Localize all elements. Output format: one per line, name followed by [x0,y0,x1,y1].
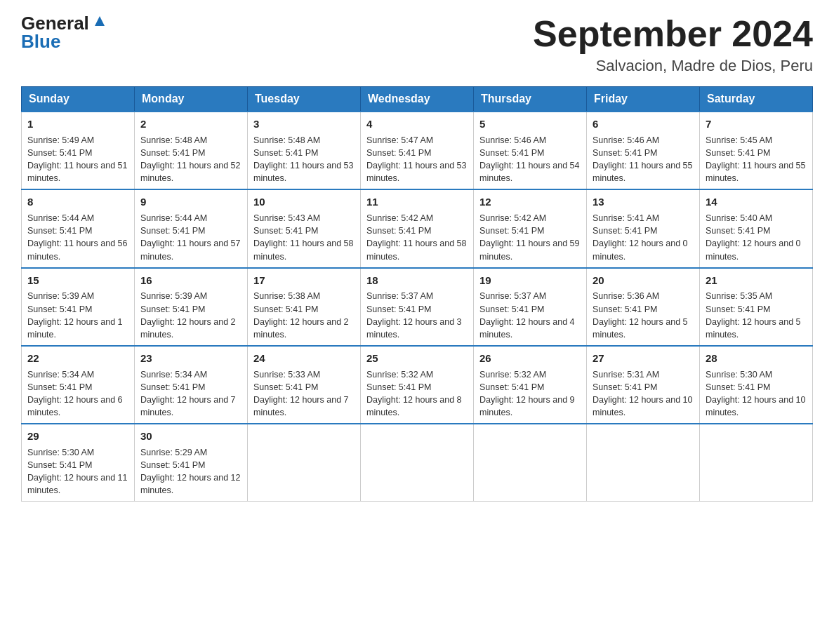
logo-general-text: General [21,14,89,32]
day-number: 6 [593,116,694,132]
svg-marker-0 [95,16,105,26]
calendar-cell: 25 Sunrise: 5:32 AMSunset: 5:41 PMDaylig… [361,346,474,424]
header-sunday: Sunday [22,87,135,112]
header-saturday: Saturday [700,87,813,112]
day-number: 3 [253,116,355,132]
calendar-cell: 27 Sunrise: 5:31 AMSunset: 5:41 PMDaylig… [587,346,700,424]
day-number: 27 [593,351,694,366]
calendar-cell: 14 Sunrise: 5:40 AMSunset: 5:41 PMDaylig… [700,189,813,267]
week-row-4: 22 Sunrise: 5:34 AMSunset: 5:41 PMDaylig… [22,346,813,424]
week-row-2: 8 Sunrise: 5:44 AMSunset: 5:41 PMDayligh… [22,189,813,267]
day-number: 28 [706,351,807,366]
header-tuesday: Tuesday [248,87,361,112]
day-info: Sunrise: 5:44 AMSunset: 5:41 PMDaylight:… [27,213,127,261]
day-info: Sunrise: 5:42 AMSunset: 5:41 PMDaylight:… [479,213,579,261]
day-number: 5 [479,116,581,132]
day-number: 21 [706,273,807,288]
calendar-cell: 19 Sunrise: 5:37 AMSunset: 5:41 PMDaylig… [474,268,587,346]
day-number: 9 [140,194,241,210]
calendar-cell: 9 Sunrise: 5:44 AMSunset: 5:41 PMDayligh… [135,189,248,267]
calendar-cell: 11 Sunrise: 5:42 AMSunset: 5:41 PMDaylig… [361,189,474,267]
day-info: Sunrise: 5:37 AMSunset: 5:41 PMDaylight:… [366,291,462,339]
day-number: 1 [27,116,128,132]
calendar-cell: 15 Sunrise: 5:39 AMSunset: 5:41 PMDaylig… [22,268,135,346]
calendar-cell: 26 Sunrise: 5:32 AMSunset: 5:41 PMDaylig… [474,346,587,424]
calendar-cell: 20 Sunrise: 5:36 AMSunset: 5:41 PMDaylig… [587,268,700,346]
day-info: Sunrise: 5:43 AMSunset: 5:41 PMDaylight:… [253,213,353,261]
location-subtitle: Salvacion, Madre de Dios, Peru [533,57,813,75]
calendar-cell: 12 Sunrise: 5:42 AMSunset: 5:41 PMDaylig… [474,189,587,267]
title-area: September 2024 Salvacion, Madre de Dios,… [533,14,813,75]
day-info: Sunrise: 5:40 AMSunset: 5:41 PMDaylight:… [706,213,801,261]
calendar-cell: 3 Sunrise: 5:48 AMSunset: 5:41 PMDayligh… [248,112,361,189]
calendar-cell: 10 Sunrise: 5:43 AMSunset: 5:41 PMDaylig… [248,189,361,267]
day-number: 16 [140,273,241,288]
day-number: 13 [593,194,694,210]
header-friday: Friday [587,87,700,112]
day-number: 17 [253,273,355,288]
day-number: 14 [706,194,807,210]
calendar-cell: 6 Sunrise: 5:46 AMSunset: 5:41 PMDayligh… [587,112,700,189]
day-info: Sunrise: 5:37 AMSunset: 5:41 PMDaylight:… [479,291,575,339]
week-row-1: 1 Sunrise: 5:49 AMSunset: 5:41 PMDayligh… [22,112,813,189]
calendar-cell: 24 Sunrise: 5:33 AMSunset: 5:41 PMDaylig… [248,346,361,424]
calendar-cell [700,424,813,502]
day-info: Sunrise: 5:33 AMSunset: 5:41 PMDaylight:… [253,370,349,417]
calendar-cell: 4 Sunrise: 5:47 AMSunset: 5:41 PMDayligh… [361,112,474,189]
day-info: Sunrise: 5:29 AMSunset: 5:41 PMDaylight:… [140,448,240,495]
calendar-cell: 1 Sunrise: 5:49 AMSunset: 5:41 PMDayligh… [22,112,135,189]
day-number: 7 [706,116,807,132]
calendar-cell: 22 Sunrise: 5:34 AMSunset: 5:41 PMDaylig… [22,346,135,424]
day-info: Sunrise: 5:31 AMSunset: 5:41 PMDaylight:… [593,370,692,417]
calendar-cell: 2 Sunrise: 5:48 AMSunset: 5:41 PMDayligh… [135,112,248,189]
day-number: 2 [140,116,241,132]
logo-blue-text: Blue [21,32,60,51]
day-number: 11 [366,194,468,210]
day-number: 12 [479,194,581,210]
day-info: Sunrise: 5:42 AMSunset: 5:41 PMDaylight:… [366,213,466,261]
day-number: 26 [479,351,581,366]
day-number: 18 [366,273,468,288]
logo: General Blue [21,14,107,51]
header-thursday: Thursday [474,87,587,112]
day-info: Sunrise: 5:34 AMSunset: 5:41 PMDaylight:… [27,370,123,417]
day-info: Sunrise: 5:48 AMSunset: 5:41 PMDaylight:… [253,135,353,183]
logo-triangle-icon [92,13,107,29]
day-number: 24 [253,351,355,366]
month-year-title: September 2024 [533,14,813,54]
calendar-cell: 18 Sunrise: 5:37 AMSunset: 5:41 PMDaylig… [361,268,474,346]
day-info: Sunrise: 5:48 AMSunset: 5:41 PMDaylight:… [140,135,240,183]
day-info: Sunrise: 5:46 AMSunset: 5:41 PMDaylight:… [593,135,692,183]
calendar-cell: 7 Sunrise: 5:45 AMSunset: 5:41 PMDayligh… [700,112,813,189]
day-info: Sunrise: 5:46 AMSunset: 5:41 PMDaylight:… [479,135,579,183]
calendar-cell [361,424,474,502]
calendar-cell: 17 Sunrise: 5:38 AMSunset: 5:41 PMDaylig… [248,268,361,346]
calendar-cell: 29 Sunrise: 5:30 AMSunset: 5:41 PMDaylig… [22,424,135,502]
calendar-cell [474,424,587,502]
day-info: Sunrise: 5:38 AMSunset: 5:41 PMDaylight:… [253,291,349,339]
day-info: Sunrise: 5:41 AMSunset: 5:41 PMDaylight:… [593,213,688,261]
calendar-cell: 21 Sunrise: 5:35 AMSunset: 5:41 PMDaylig… [700,268,813,346]
day-info: Sunrise: 5:32 AMSunset: 5:41 PMDaylight:… [479,370,575,417]
day-info: Sunrise: 5:44 AMSunset: 5:41 PMDaylight:… [140,213,240,261]
page-header: General Blue September 2024 Salvacion, M… [21,14,813,75]
day-number: 19 [479,273,581,288]
day-number: 8 [27,194,128,210]
calendar-cell: 8 Sunrise: 5:44 AMSunset: 5:41 PMDayligh… [22,189,135,267]
header-wednesday: Wednesday [361,87,474,112]
day-info: Sunrise: 5:32 AMSunset: 5:41 PMDaylight:… [366,370,462,417]
day-number: 22 [27,351,128,366]
day-number: 20 [593,273,694,288]
day-info: Sunrise: 5:45 AMSunset: 5:41 PMDaylight:… [706,135,805,183]
header-monday: Monday [135,87,248,112]
day-number: 25 [366,351,468,366]
day-info: Sunrise: 5:47 AMSunset: 5:41 PMDaylight:… [366,135,466,183]
calendar-cell: 5 Sunrise: 5:46 AMSunset: 5:41 PMDayligh… [474,112,587,189]
calendar-cell: 30 Sunrise: 5:29 AMSunset: 5:41 PMDaylig… [135,424,248,502]
day-number: 15 [27,273,128,288]
day-info: Sunrise: 5:49 AMSunset: 5:41 PMDaylight:… [27,135,127,183]
calendar-cell: 23 Sunrise: 5:34 AMSunset: 5:41 PMDaylig… [135,346,248,424]
day-info: Sunrise: 5:39 AMSunset: 5:41 PMDaylight:… [140,291,236,339]
calendar-table: SundayMondayTuesdayWednesdayThursdayFrid… [21,86,813,502]
calendar-cell: 28 Sunrise: 5:30 AMSunset: 5:41 PMDaylig… [700,346,813,424]
